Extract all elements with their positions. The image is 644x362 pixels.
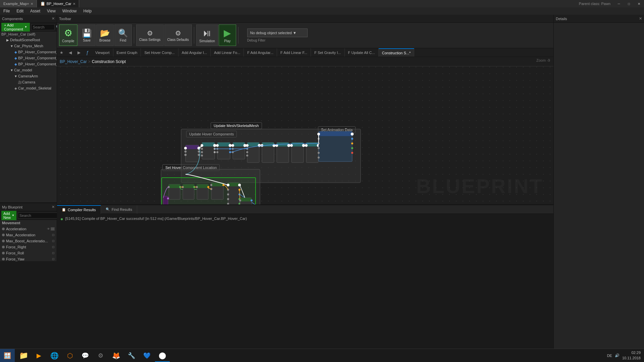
forward-icon[interactable]: ▶ xyxy=(74,48,83,57)
browse-button[interactable]: 📂 Browse xyxy=(96,24,114,46)
close-button[interactable]: ✕ xyxy=(634,0,644,7)
menu-file[interactable]: File xyxy=(0,7,13,15)
svg-point-39 xyxy=(246,151,248,153)
bookmark-icon[interactable]: ★ xyxy=(57,48,66,57)
tree-item-car-physx[interactable]: ▼ Car_Physx_Mesh xyxy=(0,43,57,49)
tab-f-add-linear-f[interactable]: F Add Linear F... xyxy=(277,48,311,57)
svg-point-93 xyxy=(227,193,229,195)
compiler-content: ● [5145,91] Compile of BP_Hover_Car succ… xyxy=(57,214,553,224)
compile-label: Compile xyxy=(62,39,74,43)
menu-asset[interactable]: Asset xyxy=(27,7,44,15)
compiler-tabs: 📋 Compiler Results 🔍 Find Results xyxy=(57,205,553,214)
taskbar-app-chat[interactable]: 💬 xyxy=(78,349,93,362)
simulation-button[interactable]: ⏯ Simulation xyxy=(196,24,218,46)
var-dot xyxy=(2,240,5,242)
graph-area[interactable]: BP_Hover_Car > Construction Script Zoom … xyxy=(57,57,553,204)
add-component-label: + Add Component xyxy=(4,23,23,31)
tree-item-car-model[interactable]: ▼ Car_model xyxy=(0,67,57,73)
taskbar-app-epic[interactable]: ⚙ xyxy=(93,349,108,362)
tree-item-default-scene-root[interactable]: ▶ DefaultSceneRoot xyxy=(0,37,57,43)
class-defaults-button[interactable]: ⚙ Class Defaults xyxy=(164,24,192,46)
bp-item-force-roll[interactable]: Force_Roll ⊡ xyxy=(0,250,57,256)
editor-tab-bp-hover[interactable]: 📋 BP_Hover_Car ✕ xyxy=(37,0,79,7)
maximize-button[interactable]: □ xyxy=(624,0,634,7)
taskbar-app-blender[interactable]: ⬡ xyxy=(62,349,77,362)
menu-view[interactable]: View xyxy=(44,7,59,15)
editor-tab-example-map[interactable]: Example_Map+ ✕ xyxy=(0,0,37,7)
taskbar-app-discord[interactable]: 💙 xyxy=(140,349,154,362)
tab-add-angular-i[interactable]: Add Angular I... xyxy=(178,48,211,57)
svg-point-62 xyxy=(351,138,353,140)
svg-point-81 xyxy=(207,186,209,188)
tab-viewport[interactable]: Viewport xyxy=(92,48,113,57)
details-close-icon[interactable]: ✕ xyxy=(639,16,642,21)
tab-f-set-gravity[interactable]: F Set Gravity I... xyxy=(311,48,344,57)
volume-icon[interactable]: 🔊 xyxy=(615,353,620,358)
svg-point-5 xyxy=(184,147,187,149)
svg-point-48 xyxy=(287,144,290,147)
taskbar-app-browser[interactable]: 🌐 xyxy=(47,349,62,362)
tab-close-example[interactable]: ✕ xyxy=(31,2,33,6)
tree-item-bp-hover-rl[interactable]: ◆ BP_Hover_Component_RL xyxy=(0,61,57,67)
breadcrumb-bp-hover-car[interactable]: BP_Hover_Car xyxy=(60,59,87,64)
tab-find-results[interactable]: 🔍 Find Results xyxy=(101,205,137,214)
taskbar-app-media[interactable]: ▶ xyxy=(32,349,46,362)
back-icon[interactable]: ◀ xyxy=(66,48,74,57)
bp-item-max-boost[interactable]: Max_Boost_Acceleratio... ⊡ xyxy=(0,238,57,244)
start-button[interactable]: 🪟 xyxy=(0,349,15,362)
taskbar-app-unreal[interactable]: ⬤ xyxy=(155,349,170,362)
class-settings-button[interactable]: ⚙ Class Settings xyxy=(136,24,164,46)
taskbar-app-firefox[interactable]: 🦊 xyxy=(109,349,123,362)
compile-button[interactable]: ⚙ Compile xyxy=(59,24,77,46)
save-button[interactable]: 💾 Save xyxy=(78,24,96,46)
tab-add-linear-fo[interactable]: Add Linear Fo... xyxy=(211,48,244,57)
debug-object-dropdown[interactable]: No debug object selected ▼ xyxy=(247,28,308,37)
bp-item-force-yaw[interactable]: Force_Yaw ⊡ xyxy=(0,256,57,261)
tree-item-camera-arm[interactable]: ▼ CameraArm xyxy=(0,73,57,79)
tab-f-update-all[interactable]: F Update All C... xyxy=(345,48,379,57)
svg-rect-11 xyxy=(202,142,215,159)
play-button[interactable]: ▶ Play xyxy=(219,24,236,46)
tree-item-car-model-skeletal[interactable]: ◈ Car_model_Skeletal xyxy=(0,85,57,91)
tree-item-camera[interactable]: 🎥 Camera xyxy=(0,79,57,85)
tab-compiler-results[interactable]: 📋 Compiler Results xyxy=(57,205,101,214)
svg-point-18 xyxy=(214,151,216,153)
tab-close-bp[interactable]: ✕ xyxy=(73,2,75,6)
toolbar-sep-1 xyxy=(134,27,134,44)
class-settings-icon: ⚙ xyxy=(147,29,153,37)
svg-rect-79 xyxy=(197,184,208,188)
update-mesh-node-label: Update Mesh/SkeletalMesh xyxy=(211,122,262,129)
add-component-button[interactable]: + Add Component ▼ xyxy=(1,23,30,32)
var-icon: ⊡ xyxy=(52,251,55,255)
debug-dropdown-label: No debug object selected ▼ xyxy=(250,31,297,35)
bp-item-force-right[interactable]: Force_Right ⊡ xyxy=(0,244,57,250)
menu-window[interactable]: Window xyxy=(59,7,80,15)
tab-f-add-angular[interactable]: F Add Angular... xyxy=(244,48,277,57)
taskbar-app-tool[interactable]: 🔧 xyxy=(124,349,139,362)
discord-icon: 💙 xyxy=(143,352,151,359)
svg-rect-116 xyxy=(163,196,168,204)
add-new-button[interactable]: Add New ▼ xyxy=(1,211,16,220)
components-close-icon[interactable]: ✕ xyxy=(52,16,55,21)
tree-item-bp-hover-fl[interactable]: ◆ BP_Hover_Component_FL xyxy=(0,55,57,61)
tab-construction-script[interactable]: Construction S...* xyxy=(379,48,415,57)
tree-item-bp-hover-fr[interactable]: ◆ BP_Hover_Component_FR xyxy=(0,49,57,55)
tab-set-hover[interactable]: Set Hover Comp... xyxy=(141,48,178,57)
component-search-input[interactable] xyxy=(31,24,55,30)
svg-point-16 xyxy=(214,148,216,150)
svg-point-72 xyxy=(168,186,170,188)
svg-rect-50 xyxy=(291,142,304,146)
svg-point-111 xyxy=(251,199,253,201)
my-blueprint-close-icon[interactable]: ✕ xyxy=(52,205,55,209)
bp-item-max-acceleration[interactable]: Max_Acceleration ⊡ xyxy=(0,232,57,238)
taskbar-app-explorer[interactable]: 📁 xyxy=(16,349,31,362)
tab-event-graph[interactable]: Event Graph xyxy=(113,48,141,57)
menu-help[interactable]: Help xyxy=(80,7,95,15)
menu-edit[interactable]: Edit xyxy=(13,7,27,15)
find-button[interactable]: 🔍 Find xyxy=(114,24,132,46)
play-label: Play xyxy=(224,39,230,43)
tree-label: Car_model xyxy=(14,68,32,72)
minimize-button[interactable]: ─ xyxy=(614,0,624,7)
bp-item-acceleration[interactable]: Acceleration 👁⊡ xyxy=(0,226,57,232)
svg-point-32 xyxy=(232,148,234,150)
